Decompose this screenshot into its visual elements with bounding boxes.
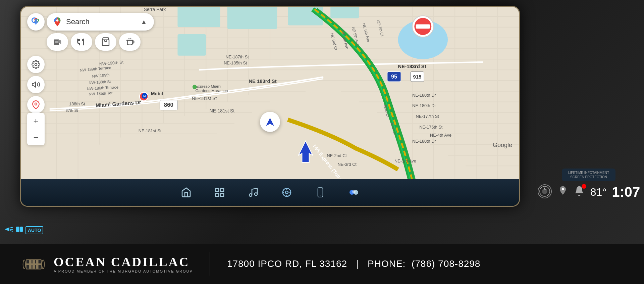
svg-point-104: [35, 63, 37, 66]
nav-apps[interactable]: [210, 182, 230, 202]
nav-phone[interactable]: [310, 182, 330, 202]
svg-point-127: [542, 189, 547, 194]
search-input-text[interactable]: Search: [66, 17, 136, 26]
notification-bell-icon[interactable]: [574, 185, 585, 199]
search-bar[interactable]: Search ▲: [47, 13, 154, 31]
dealer-logo-area: OCEAN CADILLAC A PROUD MEMBER OF THE MUR…: [20, 250, 193, 277]
svg-marker-105: [32, 82, 36, 87]
svg-rect-111: [221, 193, 224, 196]
svg-point-141: [42, 260, 44, 269]
search-top-row: Search ▲: [27, 13, 154, 31]
zoom-controls: + −: [27, 113, 45, 145]
food-category-button[interactable]: [71, 33, 92, 51]
dealer-divider: [210, 252, 210, 276]
search-collapse-button[interactable]: ▲: [139, 17, 149, 27]
car-frame: 860 95 915 NW-190th St NW-189th Terrace …: [0, 0, 644, 284]
search-container: Search ▲: [27, 13, 154, 51]
svg-point-113: [255, 193, 257, 195]
left-side-display: AUTO: [3, 225, 43, 235]
google-maps-logo: [52, 16, 63, 27]
dealer-address: 17800 IPCO RD, FL 33162: [227, 258, 347, 269]
cadillac-emblem: [20, 250, 47, 277]
settings-button[interactable]: [27, 56, 45, 73]
dealer-name: OCEAN CADILLAC: [54, 254, 193, 269]
nav-music[interactable]: [243, 182, 263, 202]
nav-assistant[interactable]: [344, 182, 364, 202]
svg-line-131: [10, 231, 13, 231]
screen-protection-badge: LIFETIME INFOTAINMENT SCREEN PROTECTION: [562, 169, 615, 181]
dealer-name-area: OCEAN CADILLAC A PROUD MEMBER OF THE MUR…: [54, 254, 193, 273]
svg-rect-110: [216, 193, 219, 196]
my-location-button[interactable]: [27, 96, 45, 113]
dealer-contact: 17800 IPCO RD, FL 33162 | PHONE: (786) 7…: [227, 258, 481, 269]
svg-point-99: [56, 19, 59, 22]
svg-point-115: [285, 191, 288, 194]
svg-point-140: [23, 260, 25, 269]
volume-button[interactable]: [27, 76, 45, 93]
status-display: LIFETIME INFOTAINMENT SCREEN PROTECTION: [537, 169, 640, 200]
status-icons-row: 81° 1:07: [537, 184, 640, 200]
nav-home[interactable]: [176, 182, 196, 202]
circular-icon: [537, 184, 552, 200]
svg-rect-132: [16, 227, 19, 232]
left-controls: [27, 56, 45, 113]
svg-rect-102: [55, 41, 58, 43]
dealer-separator: |: [356, 258, 359, 269]
dealer-phone: (786) 708-8298: [412, 258, 480, 269]
map-area[interactable]: 860 95 915 NW-190th St NW-189th Terrace …: [21, 7, 519, 179]
shopping-category-button[interactable]: [95, 33, 116, 51]
category-buttons: [47, 33, 154, 51]
svg-point-112: [249, 194, 252, 196]
notification-dot: [582, 184, 586, 189]
right-panel: LIFETIME INFOTAINMENT SCREEN PROTECTION: [540, 6, 637, 207]
bottom-nav: [21, 179, 519, 206]
auto-badge: AUTO: [25, 226, 43, 234]
map-overlay: Search ▲: [21, 7, 519, 179]
svg-marker-107: [266, 118, 274, 126]
dealer-bar: OCEAN CADILLAC A PROUD MEMBER OF THE MUR…: [0, 244, 644, 284]
dealer-phone-label: PHONE:: [368, 258, 406, 269]
svg-rect-120: [318, 188, 323, 197]
svg-rect-108: [216, 188, 219, 191]
svg-rect-101: [58, 40, 60, 43]
nav-navigation[interactable]: [277, 182, 297, 202]
temperature-display: 81°: [590, 186, 606, 198]
headlight-icon-2: [15, 225, 23, 235]
svg-line-129: [10, 227, 13, 228]
arrow-circle: [260, 112, 280, 132]
gps-arrow[interactable]: [260, 112, 280, 132]
screen-bezel: 860 95 915 NW-190th St NW-189th Terrace …: [20, 6, 520, 207]
headlight-icon: [3, 225, 13, 235]
zoom-in-button[interactable]: +: [27, 113, 45, 129]
dealer-subtitle: A PROUD MEMBER OF THE MURGADO AUTOMOTIVE…: [54, 269, 193, 273]
location-pin-icon: [557, 185, 568, 199]
screen-protection-line1: LIFETIME INFOTAINMENT: [565, 171, 612, 175]
svg-point-128: [562, 188, 564, 190]
time-display: 1:07: [612, 184, 640, 200]
svg-rect-109: [221, 188, 224, 191]
svg-rect-139: [26, 263, 41, 265]
mic-button[interactable]: [27, 13, 45, 31]
screen-protection-line2: SCREEN PROTECTION: [565, 175, 612, 179]
gas-category-button[interactable]: [47, 33, 68, 51]
svg-point-106: [35, 103, 37, 105]
coffee-category-button[interactable]: [119, 33, 141, 51]
svg-point-124: [352, 190, 356, 193]
google-attribution: Google: [493, 142, 512, 149]
svg-rect-133: [20, 227, 23, 232]
zoom-out-button[interactable]: −: [27, 129, 45, 145]
